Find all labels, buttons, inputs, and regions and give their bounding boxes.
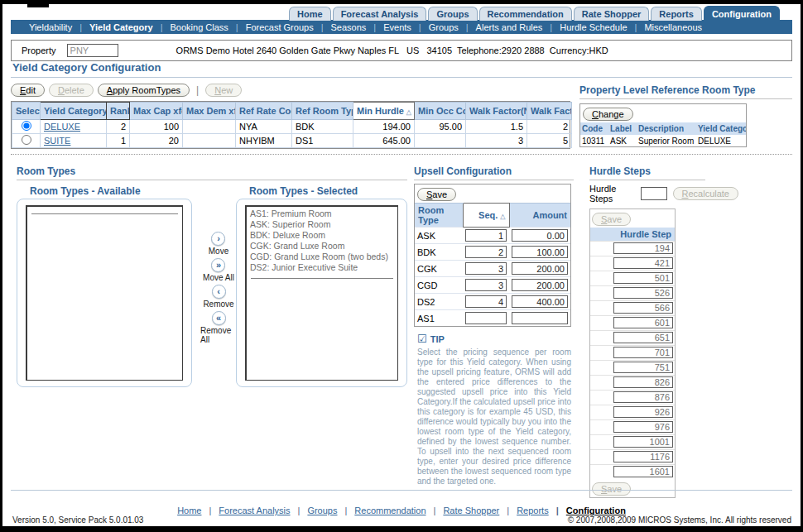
column-header-yield-category[interactable]: Yield Category [41, 103, 107, 120]
footer-links: HomeForecast AnalysisGroupsRecommendatio… [0, 506, 803, 515]
hurdle-step-row [590, 375, 675, 390]
hurdle-step-input[interactable] [613, 466, 673, 477]
version-text: Version 5.0, Service Pack 5.0.01.03 [12, 515, 143, 525]
footer-link-configuration[interactable]: Configuration [549, 506, 626, 515]
row-spacer [590, 375, 612, 390]
hurdle-step-input[interactable] [613, 451, 673, 463]
property-input[interactable] [67, 44, 118, 57]
apply-roomtypes-button[interactable]: Apply RoomTypes [98, 84, 190, 97]
hurdle-step-input[interactable] [613, 376, 673, 388]
seq-input-ds2[interactable] [465, 295, 507, 308]
seq-input-ask[interactable] [465, 229, 507, 242]
delete-button[interactable]: Delete [49, 84, 94, 97]
row-select-radio-deluxe[interactable] [22, 121, 31, 131]
hurdle-step-input[interactable] [613, 362, 673, 373]
seq-input-cgk[interactable] [465, 262, 507, 275]
room-types-available-listbox[interactable] [26, 205, 183, 381]
column-header-code: Code [580, 122, 608, 135]
tab-rate-shopper[interactable]: Rate Shopper [574, 7, 650, 21]
toolbar-separator: | [196, 84, 199, 96]
column-header-rank[interactable]: Rank [107, 103, 130, 120]
tab-configuration[interactable]: Configuration [704, 6, 780, 21]
nav-item-events[interactable]: Events [366, 22, 411, 32]
list-item[interactable]: CGK: Grand Luxe Room [247, 241, 397, 252]
hurdle-step-input[interactable] [613, 317, 673, 328]
amount-input-cgd[interactable] [512, 279, 568, 291]
hurdle-steps-table: Hurdle Step [590, 228, 675, 479]
hurdle-step-input[interactable] [613, 421, 673, 433]
footer-link-reports[interactable]: Reports [499, 506, 548, 515]
upsell-row-ask: ASK [415, 228, 570, 244]
nav-item-miscellaneous[interactable]: Miscellaneous [627, 22, 703, 32]
hurdle-step-input[interactable] [613, 391, 673, 403]
hurdle-step-input[interactable] [613, 332, 673, 343]
hurdle-step-row [590, 330, 675, 345]
nav-item-yieldability[interactable]: Yieldability [29, 22, 72, 32]
remove-button[interactable]: ‹ Remove [203, 285, 233, 309]
yield-category-link-deluxe[interactable]: DELUXE [44, 122, 80, 132]
nav-item-groups[interactable]: Groups [411, 22, 459, 32]
tab-recommendation[interactable]: Recommendation [479, 7, 572, 21]
footer-link-forecast-analysis[interactable]: Forecast Analysis [201, 506, 290, 515]
move-all-button[interactable]: » Move All [203, 258, 234, 282]
hurdle-step-input[interactable] [613, 302, 673, 314]
hurdle-step-input[interactable] [613, 257, 673, 269]
list-item[interactable]: BDK: Deluxe Room [247, 230, 397, 241]
configuration-sub-nav: Yieldability Yield Category Booking Clas… [11, 20, 792, 34]
cell-room-type: DS2 [415, 294, 463, 310]
column-header-min-hurdle[interactable]: Min Hurdle△ [353, 103, 415, 120]
move-button[interactable]: › Move [209, 232, 228, 256]
footer-link-recommendation[interactable]: Recommendation [337, 506, 426, 515]
list-item[interactable]: AS1: Premium Room [247, 208, 397, 219]
upsell-save-button[interactable]: Save [417, 188, 456, 201]
nav-item-booking-class[interactable]: Booking Class [153, 22, 228, 32]
nav-item-forecast-groups[interactable]: Forecast Groups [228, 22, 314, 32]
footer-link-home[interactable]: Home [177, 506, 201, 515]
nav-item-yield-category[interactable]: Yield Category [72, 22, 152, 32]
yield-category-link-suite[interactable]: SUITE [44, 136, 70, 146]
hurdle-save-button-bottom[interactable]: Save [592, 482, 631, 496]
nav-item-seasons[interactable]: Seasons [314, 22, 367, 32]
room-types-selected-listbox[interactable]: AS1: Premium Room ASK: Superior Room BDK… [245, 205, 398, 381]
hurdle-step-input[interactable] [613, 287, 673, 299]
tab-reports[interactable]: Reports [651, 7, 702, 21]
column-header-label: Label [608, 122, 637, 135]
remove-all-button[interactable]: « Remove All [200, 311, 237, 344]
tab-groups[interactable]: Groups [428, 7, 477, 21]
footer-link-rate-shopper[interactable]: Rate Shopper [426, 506, 500, 515]
nav-item-hurdle-schedule[interactable]: Hurdle Schedule [542, 22, 627, 32]
edit-button[interactable]: Edit [11, 84, 45, 97]
row-select-radio-suite[interactable] [22, 135, 31, 145]
seq-input-bdk[interactable] [465, 246, 507, 258]
list-item[interactable]: DS2: Junior Executive Suite [247, 262, 397, 273]
hurdle-steps-count-input[interactable] [641, 187, 667, 200]
hurdle-steps-section: Hurdle Steps Hurdle Steps Recalculate Sa… [589, 165, 738, 498]
footer-link-groups[interactable]: Groups [291, 506, 338, 515]
list-item[interactable]: CGD: Grand Luxe Room (two beds) [247, 252, 397, 262]
amount-input-ds2[interactable] [512, 295, 568, 308]
hurdle-step-input[interactable] [613, 436, 673, 448]
cell-max-cap-xfer: 20 [130, 134, 183, 148]
yield-table-wrapper: Select Yield Category Rank Max Cap xfer … [11, 101, 570, 149]
recalculate-button[interactable]: Recalculate [673, 187, 739, 200]
list-item[interactable]: ASK: Superior Room [247, 219, 397, 230]
tab-forecast-analysis[interactable]: Forecast Analysis [333, 7, 427, 21]
change-button[interactable]: Change [583, 108, 633, 121]
amount-input-as1[interactable] [512, 312, 568, 324]
amount-input-ask[interactable] [512, 229, 568, 242]
amount-input-cgk[interactable] [512, 262, 568, 275]
hurdle-step-input[interactable] [613, 242, 673, 254]
column-header-seq[interactable]: Seq.△ [463, 204, 509, 228]
table-row-suite: SUITE 1 20 NHYIBM DS1 645.00 3 5 [12, 134, 572, 148]
hurdle-step-input[interactable] [613, 347, 673, 358]
seq-input-cgd[interactable] [465, 279, 507, 291]
tab-home[interactable]: Home [289, 7, 331, 21]
hurdle-save-button-top[interactable]: Save [592, 213, 631, 226]
hurdle-step-input[interactable] [613, 272, 673, 284]
room-types-selected-frame: AS1: Premium Room ASK: Superior Room BDK… [236, 199, 407, 387]
new-button[interactable]: New [205, 84, 242, 97]
hurdle-step-input[interactable] [613, 406, 673, 418]
seq-input-as1[interactable] [465, 312, 507, 324]
amount-input-bdk[interactable] [512, 246, 568, 258]
nav-item-alerts-and-rules[interactable]: Alerts and Rules [459, 22, 543, 32]
